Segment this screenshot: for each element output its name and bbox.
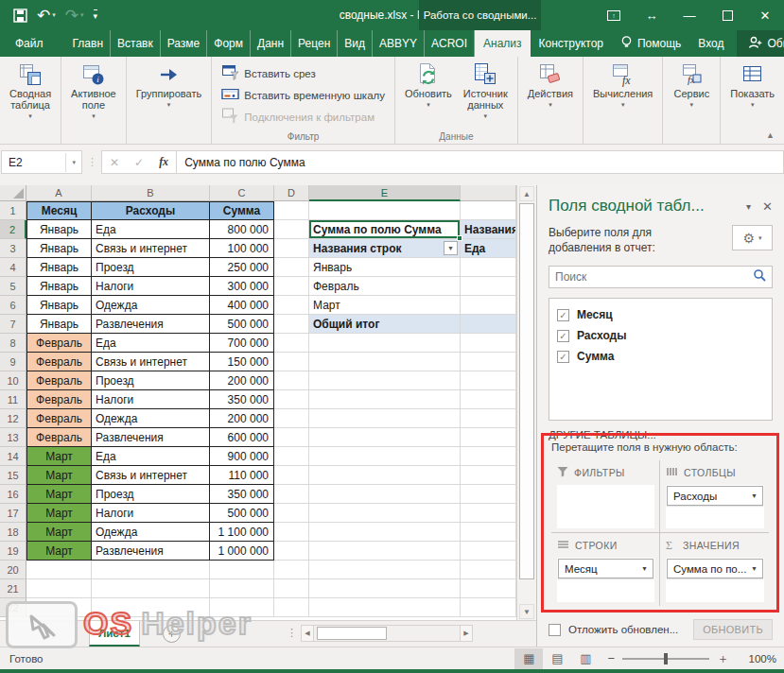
cell-D5[interactable]	[274, 277, 309, 296]
row-header-17[interactable]: 17	[0, 504, 26, 523]
minimize-icon[interactable]: —	[671, 0, 708, 30]
cell-A13[interactable]: Февраль	[26, 428, 92, 447]
row-header-13[interactable]: 13	[0, 428, 26, 447]
cell-A5[interactable]: Январь	[26, 277, 92, 296]
cell-D2[interactable]	[274, 220, 309, 239]
ribbon-button[interactable]: Показать▾	[724, 60, 780, 111]
cell-D18[interactable]	[274, 523, 309, 542]
cell-B6[interactable]: Одежда	[92, 296, 210, 315]
cell-D7[interactable]	[274, 315, 309, 334]
tab-файл[interactable]: Файл	[0, 30, 59, 57]
cell-C3[interactable]: 100 000	[210, 239, 274, 258]
cell-D19[interactable]	[274, 542, 309, 561]
cell-F13[interactable]	[461, 428, 516, 447]
cell-F6[interactable]	[461, 296, 516, 315]
cell-D13[interactable]	[274, 428, 309, 447]
cell-E7[interactable]: Общий итог	[309, 315, 461, 334]
tab-рецен[interactable]: Рецен	[291, 30, 338, 57]
horizontal-scroll-thumb[interactable]	[317, 627, 387, 640]
cell-C7[interactable]: 500 000	[210, 315, 274, 334]
cell-B3[interactable]: Связь и интернет	[92, 239, 210, 258]
confirm-entry-icon[interactable]: ✓	[127, 156, 151, 169]
cell-D3[interactable]	[274, 239, 309, 258]
cell-F19[interactable]	[461, 542, 516, 561]
cell-E20[interactable]	[309, 561, 461, 579]
cell-F17[interactable]	[461, 504, 516, 523]
cell-A2[interactable]: Январь	[26, 220, 92, 239]
cell-C16[interactable]: 350 000	[210, 485, 274, 504]
row-header-6[interactable]: 6	[0, 296, 26, 315]
scroll-up-icon[interactable]: ▲	[519, 186, 534, 201]
cell-E6[interactable]: Март	[309, 296, 461, 315]
cell-D8[interactable]	[274, 334, 309, 353]
row-header-7[interactable]: 7	[0, 315, 26, 334]
zoom-out-icon[interactable]: −	[600, 651, 622, 665]
cell-B9[interactable]: Связь и интернет	[92, 353, 210, 371]
cell-D11[interactable]	[274, 390, 309, 409]
field-checkbox[interactable]: ✓	[557, 309, 569, 321]
cell-D4[interactable]	[274, 258, 309, 277]
tab-вставк[interactable]: Вставк	[111, 30, 161, 57]
undo-icon[interactable]: ↶▾	[37, 8, 56, 24]
cell-E9[interactable]	[309, 353, 461, 371]
ribbon-button[interactable]: Группировать▾	[131, 60, 208, 111]
insert-function-icon[interactable]: fx	[151, 155, 176, 169]
tab-анализ[interactable]: Анализ	[475, 30, 531, 57]
ribbon-button[interactable]: fxСервис▾	[667, 60, 716, 111]
cell-E8[interactable]	[309, 334, 461, 353]
tab-acroi[interactable]: ACROI	[425, 30, 475, 57]
cell-B20[interactable]	[92, 561, 210, 579]
cell-E18[interactable]	[309, 523, 461, 542]
cell-B17[interactable]: Налоги	[92, 504, 210, 523]
cell-E13[interactable]	[309, 428, 461, 447]
field-row-расходы[interactable]: ✓Расходы	[557, 325, 764, 346]
field-chip-месяц[interactable]: Месяц▼	[558, 559, 653, 578]
cell-B8[interactable]: Еда	[92, 334, 210, 353]
customize-qat-icon[interactable]: ▾	[94, 9, 98, 21]
cell-A20[interactable]	[26, 561, 92, 579]
page-break-view-icon[interactable]: ▥	[571, 648, 600, 669]
add-sheet-icon[interactable]: ＋	[163, 625, 181, 643]
cell-C20[interactable]	[210, 561, 274, 579]
collapse-ribbon-icon[interactable]: ▲	[766, 130, 775, 140]
cell-F8[interactable]	[461, 334, 516, 353]
tab-форм[interactable]: Форм	[207, 30, 251, 57]
horizontal-scrollbar[interactable]: ◀ ▶	[301, 625, 473, 642]
update-button[interactable]: ОБНОВИТЬ	[693, 619, 773, 640]
cell-F9[interactable]	[461, 353, 516, 371]
cell-B7[interactable]: Развлечения	[92, 315, 210, 334]
save-icon[interactable]	[13, 9, 27, 23]
cell-A17[interactable]: Март	[26, 504, 92, 523]
scroll-right-icon[interactable]: ▶	[460, 625, 473, 642]
cell-B16[interactable]: Проезд	[92, 485, 210, 504]
row-header-14[interactable]: 14	[0, 447, 26, 466]
cell-F22[interactable]	[461, 598, 516, 617]
cell-F4[interactable]	[461, 258, 516, 277]
cell-A19[interactable]: Март	[26, 542, 92, 561]
cell-F18[interactable]	[461, 523, 516, 542]
scroll-down-icon[interactable]: ▼	[519, 604, 534, 619]
cell-A21[interactable]	[26, 579, 92, 598]
scroll-left-icon[interactable]: ◀	[301, 625, 314, 642]
cell-B19[interactable]: Развлечения	[92, 542, 210, 561]
cell-B1[interactable]: Расходы	[92, 201, 210, 220]
cell-C11[interactable]: 350 000	[210, 390, 274, 409]
cell-F1[interactable]	[461, 201, 516, 220]
column-header-D[interactable]: D	[274, 185, 309, 201]
cell-E17[interactable]	[309, 504, 461, 523]
cell-B22[interactable]	[92, 598, 210, 617]
cell-E2[interactable]: Сумма по полю Сумма	[309, 220, 461, 239]
cell-F15[interactable]	[461, 466, 516, 485]
cell-A15[interactable]: Март	[26, 466, 92, 485]
cell-A6[interactable]: Январь	[26, 296, 92, 315]
field-chip-расходы[interactable]: Расходы▼	[667, 486, 763, 506]
row-header-2[interactable]: 2	[0, 220, 26, 239]
row-header-18[interactable]: 18	[0, 523, 26, 542]
cell-E16[interactable]	[309, 485, 461, 504]
tab-вид[interactable]: Вид	[338, 30, 373, 57]
cell-B15[interactable]: Связь и интернет	[92, 466, 210, 485]
cell-E22[interactable]	[309, 598, 461, 617]
tab-данн[interactable]: Данн	[251, 30, 291, 57]
cell-A11[interactable]: Февраль	[26, 390, 92, 409]
cell-C1[interactable]: Сумма	[210, 201, 274, 220]
